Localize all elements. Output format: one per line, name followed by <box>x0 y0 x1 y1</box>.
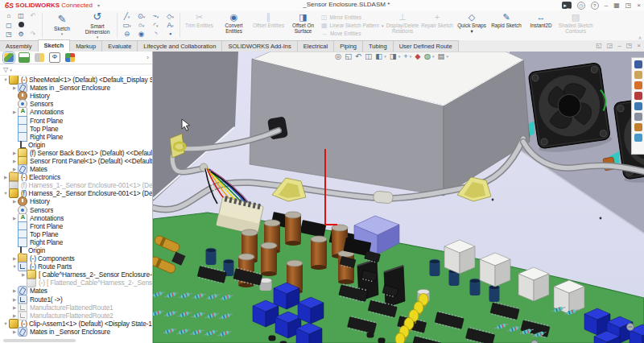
tab-lifecycle-and-collaboration[interactable]: Lifecycle and Collaboration <box>137 40 222 52</box>
ellipse-icon[interactable]: ◜▾ <box>149 21 163 30</box>
tab-solidworks-add-ins[interactable]: SOLIDWORKS Add-Ins <box>221 40 297 52</box>
configuration-manager-tab-icon[interactable] <box>35 53 44 62</box>
tree-expand-icon[interactable]: ▶ <box>11 110 18 114</box>
redo-icon[interactable]: ↷ <box>27 31 39 39</box>
doc-cascade-icon[interactable]: ◳ <box>626 42 633 49</box>
settings-icon[interactable]: ⚙ <box>15 31 27 39</box>
save-icon[interactable]: ◫ <box>15 12 27 20</box>
tree-item[interactable]: ▼(-) Route Parts <box>0 262 152 271</box>
home-icon[interactable]: ⌂ <box>3 12 14 20</box>
solidworks-logo[interactable]: ϐS SOLIDWORKS Connected ▾ <box>0 2 100 10</box>
linear-sketch-pattern-button[interactable]: ▦Linear Sketch Pattern <box>321 22 379 29</box>
spline-icon[interactable]: ~▾ <box>149 12 163 21</box>
tree-expand-icon[interactable]: ▼ <box>2 77 9 82</box>
new-document-icon[interactable]: ▢ <box>3 22 14 30</box>
instant2d-button[interactable]: ↔Instant2D <box>524 10 559 40</box>
tab-markup[interactable]: Markup <box>69 40 102 52</box>
tree-item[interactable]: ▶Mates <box>0 165 152 173</box>
tree-expand-icon[interactable]: ▶ <box>11 216 18 221</box>
forum-icon[interactable] <box>634 113 642 121</box>
console-icon[interactable]: ▸_ <box>562 2 571 9</box>
trim-corner-icon[interactable]: ◝ <box>149 30 163 39</box>
tree-expand-icon[interactable]: ▶ <box>20 272 27 277</box>
view-settings-icon[interactable]: ▤ <box>437 52 444 60</box>
tree-expand-icon[interactable]: ▶ <box>11 256 18 261</box>
view-orientation-icon[interactable]: ◧ <box>375 52 382 60</box>
tree-expand-icon[interactable]: ▼ <box>2 191 9 196</box>
arc-icon[interactable]: ○▾ <box>134 21 148 30</box>
convert-entities-button[interactable]: ◉Convert Entities <box>217 10 251 40</box>
tree-expand-icon[interactable]: ▼ <box>2 321 9 326</box>
doc-close-icon[interactable]: × <box>637 42 641 49</box>
dimxpert-tab-icon[interactable]: Φ <box>49 52 60 63</box>
tree-item[interactable]: ▶(-) Electronics <box>0 173 152 181</box>
circle-icon[interactable]: ⊙▾ <box>134 12 148 21</box>
assembly-3d-view[interactable] <box>153 52 644 343</box>
panel-expand-icon[interactable]: › <box>147 54 149 61</box>
close-button[interactable]: × <box>637 2 641 9</box>
tab-user-defined-route[interactable]: User Defined Route <box>393 40 459 52</box>
toolbox-icon[interactable] <box>634 123 642 131</box>
maximize-button[interactable]: ▦ <box>613 2 620 9</box>
trim-entities-button[interactable]: ✂Trim Entities <box>182 10 217 40</box>
custom-properties-icon[interactable] <box>634 102 642 110</box>
appearances-icon[interactable] <box>634 92 642 100</box>
move-entities-button[interactable]: ↔Move Entities <box>321 30 379 37</box>
rapid-sketch-button[interactable]: ✎Rapid Sketch <box>489 10 524 40</box>
construction-icon[interactable]: ▪ <box>163 30 177 39</box>
filter-icon[interactable]: ▽ <box>3 66 8 73</box>
doc-restore-icon[interactable]: ◱ <box>596 42 602 49</box>
tree-expand-icon[interactable]: ▶ <box>11 288 18 293</box>
section-view-icon[interactable]: ◫ <box>365 52 372 60</box>
history-icon[interactable]: ◷ <box>577 2 585 10</box>
sync-icon[interactable] <box>15 22 27 30</box>
3dexperience-icon[interactable] <box>634 60 642 68</box>
file-explorer-icon[interactable] <box>634 81 642 89</box>
doc-minimize-icon[interactable]: – <box>617 42 621 49</box>
tab-sketch[interactable]: Sketch <box>38 39 71 52</box>
tab-assembly[interactable]: Assembly <box>0 40 39 52</box>
tree-expand-icon[interactable]: ▼ <box>11 264 18 269</box>
zoom-to-area-icon[interactable]: ◱ <box>345 52 352 60</box>
design-library-icon[interactable] <box>634 71 642 79</box>
help-icon[interactable]: ? <box>591 2 599 10</box>
restore-button[interactable]: ◳ <box>625 2 632 9</box>
display-style-icon[interactable]: ◨ <box>390 52 397 60</box>
tree-expand-icon[interactable]: ▶ <box>11 167 18 172</box>
tree-expand-icon[interactable]: ▶ <box>11 159 18 163</box>
chevron-down-icon[interactable]: ▾ <box>410 54 412 59</box>
tree-expand-icon[interactable]: ▶ <box>2 175 9 180</box>
tree-item[interactable]: ▶[ Cable^Harness_2-_Sensor Enclosure-001… <box>0 271 152 279</box>
offset-on-surface-button[interactable]: ◨Offset On Surface <box>286 10 320 40</box>
slot-icon[interactable]: ⊖ <box>120 30 134 39</box>
tab-tubing[interactable]: Tubing <box>362 40 394 52</box>
graphics-area[interactable]: ◎◱↶◫◧▾◨▾+▾◆◍▾▤▾ <box>153 52 644 343</box>
chevron-down-icon[interactable]: ▾ <box>384 54 386 59</box>
apply-scene-icon[interactable]: ◍ <box>424 52 431 60</box>
hide-show-items-icon[interactable]: + <box>403 52 408 60</box>
publish-icon[interactable]: ◳ <box>3 31 14 39</box>
property-manager-tab-icon[interactable] <box>19 52 30 63</box>
tab-electrical[interactable]: Electrical <box>297 40 334 52</box>
tree-item[interactable]: Right Plane <box>0 238 152 246</box>
chevron-down-icon[interactable]: ▾ <box>398 54 401 59</box>
previous-view-icon[interactable]: ↶ <box>355 52 361 60</box>
display-manager-tab-icon[interactable] <box>65 53 75 62</box>
cooling-fan-1[interactable] <box>528 62 613 155</box>
tree-horizontal-scrollbar[interactable] <box>3 339 76 342</box>
edit-appearance-icon[interactable]: ◆ <box>415 52 420 60</box>
text-icon[interactable]: A▾ <box>163 21 177 30</box>
rectangle-icon[interactable]: ▭▾ <box>120 21 134 30</box>
point-icon[interactable]: ◉ <box>134 30 148 39</box>
tree-expand-icon[interactable]: ▶ <box>11 199 18 204</box>
tree-expand-icon[interactable]: ▶ <box>11 313 18 318</box>
tree-item[interactable]: ▶History <box>0 197 152 205</box>
tree-expand-icon[interactable]: ▶ <box>11 297 18 302</box>
tree-expand-icon[interactable]: ▶ <box>11 329 18 334</box>
tree-expand-icon[interactable]: ▶ <box>11 151 18 155</box>
minimize-button[interactable]: – <box>605 2 608 9</box>
undo-icon[interactable]: ↶ <box>27 12 39 20</box>
tree-expand-icon[interactable]: ▶ <box>11 85 18 90</box>
tree-item[interactable]: (f) Harness_1-_Sensor Enclosure-001<1> (… <box>0 181 152 189</box>
tab-evaluate[interactable]: Evaluate <box>101 40 138 52</box>
